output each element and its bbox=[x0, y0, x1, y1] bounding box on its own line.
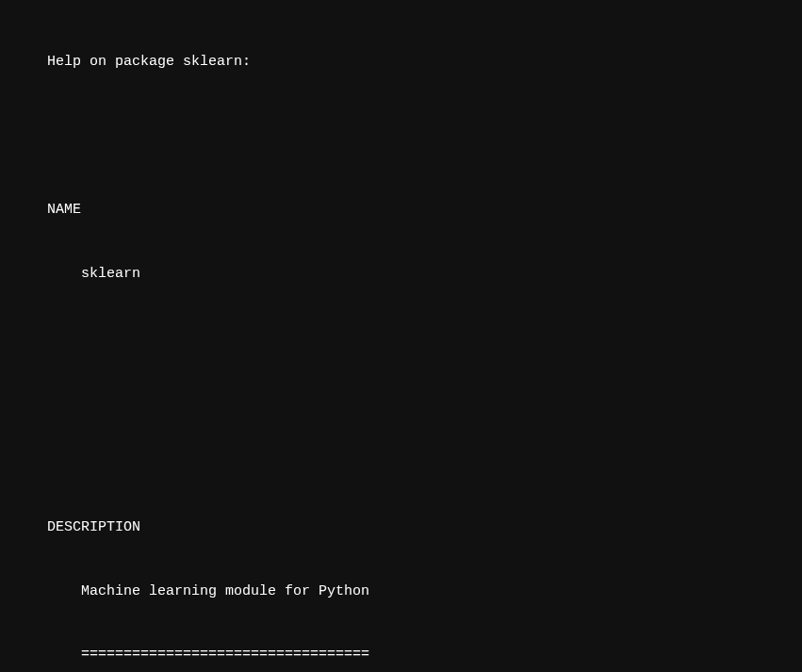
help-output: Help on package sklearn: NAME sklearn DE… bbox=[47, 9, 802, 672]
description-line: Machine learning module for Python bbox=[47, 582, 802, 603]
description-label: DESCRIPTION bbox=[47, 517, 802, 539]
name-section: NAME sklearn bbox=[47, 157, 802, 327]
help-header: Help on package sklearn: bbox=[47, 52, 802, 74]
description-line: ================================== bbox=[47, 645, 802, 666]
name-label: NAME bbox=[47, 200, 802, 221]
name-value: sklearn bbox=[47, 264, 802, 286]
description-section: DESCRIPTION Machine learning module for … bbox=[47, 475, 802, 672]
